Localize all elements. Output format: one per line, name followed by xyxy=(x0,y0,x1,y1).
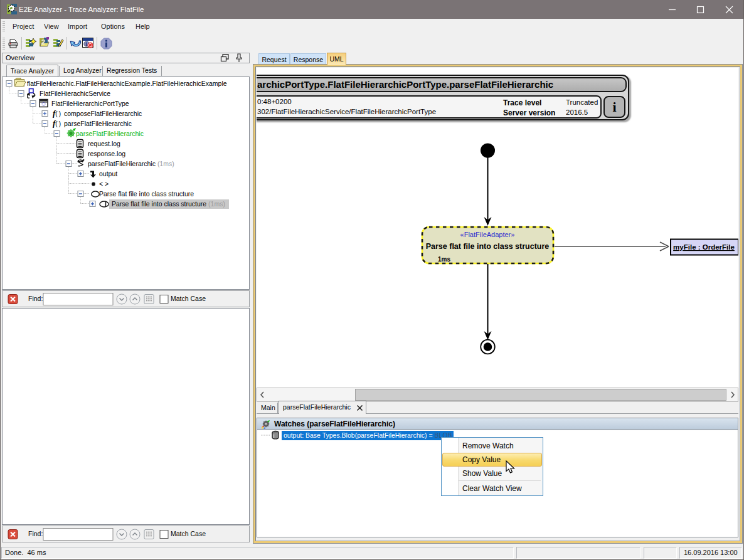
svg-text:myFile : OrderFile: myFile : OrderFile xyxy=(673,243,735,251)
svg-text:2: 2 xyxy=(41,38,45,46)
svg-text:1ms: 1ms xyxy=(438,256,450,263)
svg-text:«FlatFileAdapter»: «FlatFileAdapter» xyxy=(460,231,515,238)
svg-text:Parse flat file into class str: Parse flat file into class structure xyxy=(426,242,550,251)
